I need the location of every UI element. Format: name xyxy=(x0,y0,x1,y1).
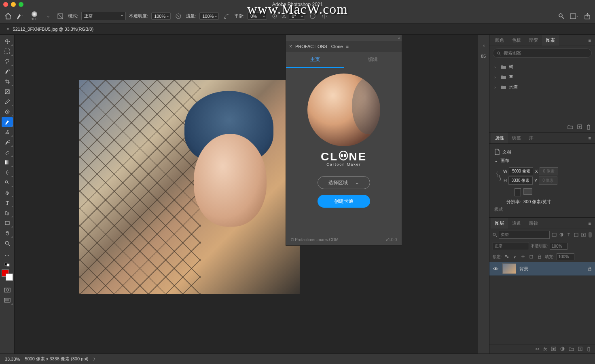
close-window-button[interactable] xyxy=(3,2,8,7)
tab-color[interactable]: 颜色 xyxy=(491,35,508,46)
plugin-menu-icon[interactable]: ≡ xyxy=(346,44,348,49)
flow-input[interactable]: 100% xyxy=(199,13,219,20)
new-layer-icon[interactable] xyxy=(578,347,582,352)
filter-type-icon[interactable]: T xyxy=(566,232,572,238)
frame-tool[interactable] xyxy=(2,87,13,97)
search-icon[interactable] xyxy=(493,233,497,237)
blur-tool[interactable] xyxy=(2,168,13,177)
panel-menu-icon[interactable]: ≡ xyxy=(586,136,593,141)
layer-opacity-input[interactable]: 100% xyxy=(550,243,567,250)
select-area-dropdown[interactable]: 选择区域 ⌄ xyxy=(318,176,370,189)
dodge-tool[interactable] xyxy=(2,178,13,187)
create-cartoon-button[interactable]: 创建卡通 xyxy=(318,195,370,208)
landscape-orientation[interactable] xyxy=(523,188,532,195)
pressure-opacity-icon[interactable] xyxy=(174,12,183,21)
color-swatches[interactable] xyxy=(2,269,13,281)
zoom-level[interactable]: 33.33% xyxy=(5,357,20,362)
smoothing-options-icon[interactable] xyxy=(270,12,279,21)
lock-all-icon[interactable] xyxy=(537,254,542,260)
marquee-tool[interactable] xyxy=(2,46,13,56)
close-plugin-icon[interactable]: × xyxy=(289,44,292,49)
blend-mode-select[interactable]: 正常 xyxy=(493,242,529,250)
link-icon[interactable] xyxy=(496,170,502,182)
edit-toolbar-button[interactable]: ⋯ xyxy=(2,251,13,261)
smoothing-input[interactable]: 0% xyxy=(248,13,267,20)
portrait-orientation[interactable] xyxy=(515,188,521,196)
search-icon[interactable] xyxy=(557,12,566,21)
width-input[interactable]: 5000 像素 xyxy=(509,167,533,175)
folder-icon[interactable] xyxy=(567,124,573,130)
tab-layers[interactable]: 图层 xyxy=(491,218,508,229)
pressure-size-icon[interactable] xyxy=(308,12,317,21)
clone-stamp-tool[interactable] xyxy=(2,127,13,137)
panel-menu-icon[interactable]: ≡ xyxy=(586,221,593,226)
eyedropper-tool[interactable] xyxy=(2,97,13,107)
default-colors-icon[interactable] xyxy=(4,263,10,267)
healing-tool[interactable] xyxy=(2,107,13,117)
tab-swatches[interactable]: 色板 xyxy=(508,35,525,46)
panel-menu-icon[interactable]: ≡ xyxy=(586,38,593,43)
home-button[interactable] xyxy=(3,11,13,21)
tool-preset-picker[interactable] xyxy=(16,12,25,21)
canvas-disclosure[interactable]: ⌄画布 xyxy=(494,158,590,164)
height-input[interactable]: 3338 像素 xyxy=(508,177,533,185)
tab-properties[interactable]: 属性 xyxy=(491,133,508,143)
rectangle-tool[interactable] xyxy=(2,218,13,228)
tab-paths[interactable]: 路径 xyxy=(525,218,542,229)
angle-input[interactable]: 0° xyxy=(289,13,305,20)
lock-artboard-icon[interactable] xyxy=(529,254,534,260)
opacity-input[interactable]: 100% xyxy=(151,13,171,20)
tab-libraries[interactable]: 库 xyxy=(525,133,538,143)
adjustment-layer-icon[interactable] xyxy=(560,347,565,352)
docked-panel-icon[interactable]: 85 xyxy=(479,52,488,61)
crop-tool[interactable] xyxy=(2,77,13,86)
document-tab[interactable]: × 52112_0FXNFBU5.jpg @ 33.3%(RGB/8) xyxy=(2,26,97,32)
pattern-folder[interactable]: ›草 xyxy=(493,72,592,82)
tab-gradients[interactable]: 渐变 xyxy=(525,35,542,46)
background-color[interactable] xyxy=(6,274,13,281)
blend-mode-select[interactable]: 正常 xyxy=(81,12,126,20)
brush-preset-picker[interactable]: 100 xyxy=(28,10,40,22)
airbrush-icon[interactable] xyxy=(222,12,231,21)
history-brush-tool[interactable] xyxy=(2,137,13,147)
maximize-window-button[interactable] xyxy=(19,2,23,7)
fill-input[interactable]: 100% xyxy=(557,253,574,260)
lock-position-icon[interactable] xyxy=(521,254,526,260)
layer-row[interactable]: 背景 xyxy=(489,262,595,276)
brush-settings-button[interactable] xyxy=(56,12,65,21)
pattern-search-input[interactable]: 搜索图案 xyxy=(493,48,592,58)
hand-tool[interactable] xyxy=(2,228,13,238)
trash-icon[interactable] xyxy=(586,124,591,130)
visibility-icon[interactable] xyxy=(493,267,499,271)
tab-patterns[interactable]: 图案 xyxy=(542,35,559,46)
tab-channels[interactable]: 通道 xyxy=(508,218,525,229)
screen-mode-button[interactable] xyxy=(2,295,13,305)
lock-icon[interactable] xyxy=(588,267,592,271)
canvas-area[interactable] xyxy=(15,35,478,353)
move-tool[interactable] xyxy=(2,36,13,46)
plugin-tab-edit[interactable]: 编辑 xyxy=(344,52,402,68)
zoom-tool[interactable] xyxy=(2,238,13,248)
brush-tool[interactable] xyxy=(2,117,13,127)
lock-image-icon[interactable] xyxy=(512,254,518,260)
lasso-tool[interactable] xyxy=(2,57,13,66)
layer-mask-icon[interactable] xyxy=(551,347,556,352)
type-tool[interactable] xyxy=(2,198,13,208)
symmetry-icon[interactable] xyxy=(320,12,329,21)
pattern-folder[interactable]: ›树 xyxy=(493,62,592,72)
collapse-panel-icon[interactable]: ‹‹ xyxy=(286,35,402,41)
layer-thumbnail[interactable] xyxy=(502,263,516,274)
quick-select-tool[interactable] xyxy=(2,67,13,76)
filter-smart-icon[interactable] xyxy=(580,232,586,238)
layer-filter-select[interactable]: 类型 xyxy=(499,231,550,239)
new-group-icon[interactable] xyxy=(569,347,574,352)
filter-shape-icon[interactable] xyxy=(573,232,579,238)
quick-mask-button[interactable] xyxy=(2,285,13,295)
path-select-tool[interactable] xyxy=(2,208,13,218)
tab-adjustments[interactable]: 调整 xyxy=(508,133,525,143)
expand-dock-icon[interactable]: ‹‹ xyxy=(483,43,484,48)
filter-image-icon[interactable] xyxy=(551,232,557,238)
pattern-folder[interactable]: ›水滴 xyxy=(493,82,592,92)
share-icon[interactable] xyxy=(583,12,592,21)
eraser-tool[interactable] xyxy=(2,147,13,157)
